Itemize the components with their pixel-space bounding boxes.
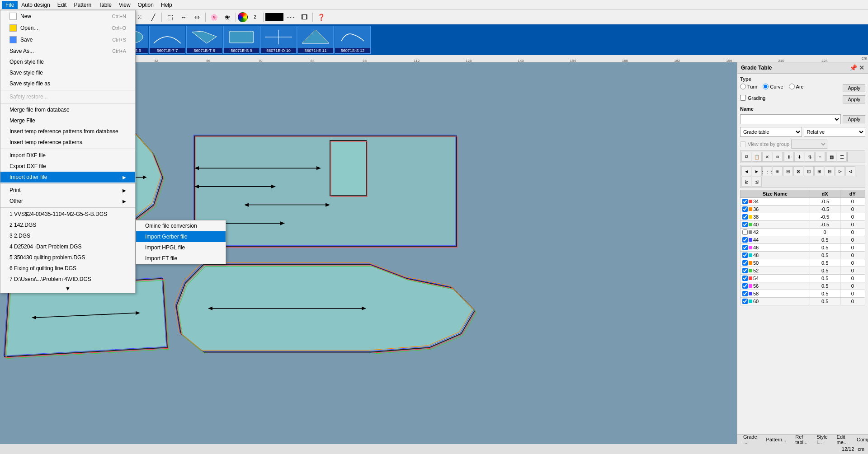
menu-option[interactable]: Option [134,1,157,9]
gt-btn-align4[interactable]: ⊡ [804,166,814,176]
tab-pattern[interactable]: Pattern... [762,435,791,444]
menu-recent2[interactable]: 2 142.DGS [0,220,135,230]
size-checkbox-56[interactable] [742,283,748,289]
gt-btn-lines[interactable]: ⋮⋮⋮ [762,166,772,176]
grading-checkbox[interactable] [740,95,746,101]
menu-pattern[interactable]: Pattern [70,1,95,9]
menu-recent3[interactable]: 3 2.DGS [0,230,135,241]
gt-btn-align6[interactable]: ⊟ [825,166,835,176]
size-checkbox-34[interactable] [742,199,748,204]
thumb-t8[interactable]: 56071E-O 10 [260,26,297,54]
menu-autodesign[interactable]: Auto design [18,1,53,9]
menu-recent5[interactable]: 5 350430 quilting problem.DGS [0,252,135,263]
radio-turn-input[interactable] [740,84,746,89]
menu-inserttemp[interactable]: Insert temp reference patterns from data… [0,126,135,137]
gt-btn-9[interactable]: ▦ [826,152,836,162]
menu-mergefromdb[interactable]: Merge file from database [0,104,135,115]
size-checkbox-52[interactable] [742,268,748,273]
menu-open[interactable]: Open... Ctrl+O [0,22,135,34]
menu-table[interactable]: Table [95,1,115,9]
menu-help[interactable]: Help [157,1,176,9]
tab-reftable[interactable]: Ref tabl... [791,433,811,446]
toolbar-line[interactable]: ╱ [147,11,160,23]
menu-scroll-down[interactable]: ▼ [0,285,135,293]
menu-save[interactable]: Save Ctrl+S [0,34,135,46]
thumb-t9[interactable]: 56071I-E 11 [297,26,334,54]
radio-arc-input[interactable] [789,84,795,89]
toolbar-arrow2[interactable]: ⇔ [191,11,203,23]
gt-btn-back[interactable]: ◄ [741,166,751,176]
menu-other[interactable]: Other ▶ [0,196,135,206]
tab-editme[interactable]: Edit me... [833,433,852,446]
tab-stylei[interactable]: Style i... [812,433,831,446]
toolbar-bell[interactable]: 🌸 [208,11,220,23]
gt-btn-3[interactable]: ✕ [762,152,772,162]
toolbar-arrow1[interactable]: ↔ [177,11,190,23]
toolbar-frame[interactable]: ⬚ [164,11,176,23]
thumb-t10[interactable]: 56071S-S 12 [335,26,371,54]
size-checkbox-38[interactable] [742,214,748,220]
size-checkbox-40[interactable] [742,222,748,227]
menu-importother[interactable]: Import other file ▶ [0,172,135,183]
toolbar-help[interactable]: ❓ [315,11,327,23]
radio-turn[interactable]: Turn [740,84,757,89]
menu-print[interactable]: Print ▶ [0,185,135,196]
menu-saveas[interactable]: Save As... Ctrl+A [0,46,135,56]
size-checkbox-46[interactable] [742,245,748,250]
gt-btn-6[interactable]: ⬇ [794,152,804,162]
gt-btn-end4[interactable]: ⊴ [752,177,762,187]
toolbar-film[interactable]: 🎞 [298,11,311,23]
radio-curve-input[interactable] [763,84,769,89]
menu-mergefile[interactable]: Merge File [0,115,135,126]
radio-curve[interactable]: Curve [763,84,783,89]
relative-combo[interactable]: Relative [804,127,866,137]
name-select[interactable] [740,114,841,124]
thumb-t5[interactable]: 56071E-7 7 [149,26,185,54]
submenu-onlineconv[interactable]: Online file conversion [136,220,226,231]
grade-table-combo[interactable]: Grade table [740,127,802,137]
submenu-importet[interactable]: Import ET file [136,253,226,264]
gt-btn-align5[interactable]: ⊞ [814,166,824,176]
menu-view[interactable]: View [115,1,134,9]
size-checkbox-58[interactable] [742,291,748,296]
radio-arc[interactable]: Arc [789,84,804,89]
apply-type-btn[interactable]: Apply [843,84,865,92]
thumb-t7[interactable]: 56071E-S 9 [223,26,259,54]
menu-openstyle[interactable]: Open style file [0,56,135,67]
size-checkbox-48[interactable] [742,253,748,258]
size-checkbox-60[interactable] [742,299,748,304]
toolbar-color[interactable] [238,12,248,22]
gt-btn-2[interactable]: 📋 [752,152,762,162]
tab-grade[interactable]: Grade ... [739,433,761,446]
size-checkbox-42[interactable] [742,229,748,235]
apply-grading-btn[interactable]: Apply [843,95,865,103]
panel-close-btn[interactable]: ✕ [859,64,864,71]
menu-new[interactable]: New Ctrl+N [0,10,135,22]
tab-compa[interactable]: Compa... [853,435,868,444]
apply-name-btn[interactable]: Apply [843,115,865,123]
menu-edit[interactable]: Edit [54,1,71,9]
submenu-importgerber[interactable]: Import Gerber file [136,231,226,242]
thumb-t6[interactable]: 56071B-T 8 [186,26,222,54]
gt-btn-end2[interactable]: ⊲ [845,166,855,176]
toolbar-number[interactable]: 2 [249,11,261,23]
menu-recent1[interactable]: 1 VVS$24-00435-1104-M2-G5-S-B.DGS [0,209,135,220]
gt-btn-align3[interactable]: ⊠ [793,166,803,176]
menu-savestyleas[interactable]: Save style file as [0,78,135,89]
gt-btn-align2[interactable]: ⊟ [783,166,793,176]
size-checkbox-36[interactable] [742,206,748,212]
toolbar-color-black[interactable] [265,13,283,21]
menu-recent6[interactable]: 6 Fixing of quilting line.DGS [0,263,135,274]
toolbar-dash[interactable]: - - - [284,11,297,23]
gt-btn-1[interactable]: ⧉ [741,152,751,162]
menu-file[interactable]: File [2,1,18,9]
menu-recent7[interactable]: 7 D:\Users\...\Problem 4\VID.DGS [0,274,135,285]
gt-btn-10[interactable]: ☰ [837,152,847,162]
menu-inserttempref[interactable]: Insert temp reference patterns [0,137,135,148]
size-checkbox-54[interactable] [742,276,748,281]
panel-pin[interactable]: 📌 [849,64,857,71]
menu-recent4[interactable]: 4 D25204 -Dart Problem.DGS [0,241,135,252]
menu-savestyle[interactable]: Save style file [0,67,135,78]
toolbar-flower[interactable]: ❀ [221,11,234,23]
gt-btn-5[interactable]: ⬆ [784,152,794,162]
